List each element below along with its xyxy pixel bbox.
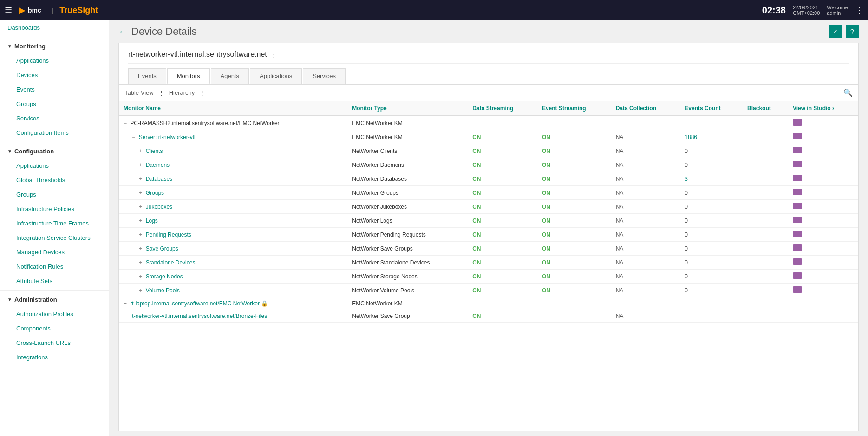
table-view-label[interactable]: Table View — [124, 89, 154, 96]
monitor-name-link[interactable]: Daemons — [146, 162, 170, 168]
sidebar-item-cross-launch-urls[interactable]: Cross-Launch URLs — [0, 336, 109, 350]
sidebar-item-services-monitoring[interactable]: Services — [0, 111, 109, 126]
expand-icon[interactable]: + — [139, 259, 142, 266]
sidebar-item-global-thresholds[interactable]: Global Thresholds — [0, 173, 109, 187]
sidebar-item-notification-rules[interactable]: Notification Rules — [0, 259, 109, 274]
monitor-name-link[interactable]: Standalone Devices — [146, 259, 196, 266]
table-row: + Databases NetWorker Databases ON ON NA… — [119, 172, 858, 186]
table-row: + rt-laptop.internal.sentrysoftware.net/… — [119, 297, 858, 310]
studio-icon[interactable] — [793, 189, 802, 195]
sidebar-item-groups-monitoring[interactable]: Groups — [0, 97, 109, 111]
sidebar-item-applications-monitoring[interactable]: Applications — [0, 53, 109, 68]
expand-icon[interactable]: + — [139, 190, 142, 196]
expand-icon[interactable]: + — [124, 300, 127, 307]
monitor-name-link[interactable]: Jukeboxes — [146, 204, 172, 210]
studio-icon[interactable] — [793, 161, 802, 167]
studio-icon[interactable] — [793, 244, 802, 251]
blackout-cell — [743, 214, 788, 228]
topbar: ☰ ▶ bmc | TrueSight 02:38 22/09/2021 GMT… — [0, 0, 868, 20]
events-count-cell: 0 — [680, 256, 743, 270]
monitor-name-link[interactable]: rt-networker-vtl.internal.sentrysoftware… — [130, 313, 267, 319]
table-row: + Logs NetWorker Logs ON ON NA 0 — [119, 214, 858, 228]
data-streaming-cell: ON — [468, 256, 537, 270]
monitor-name-link[interactable]: Pending Requests — [146, 231, 191, 238]
tab-events[interactable]: Events — [128, 68, 166, 84]
sidebar-item-authorization-profiles[interactable]: Authorization Profiles — [0, 307, 109, 321]
help-icon-button[interactable]: ? — [846, 25, 859, 38]
sidebar-item-attribute-sets[interactable]: Attribute Sets — [0, 274, 109, 288]
sidebar-item-config-items[interactable]: Configuration Items — [0, 126, 109, 140]
expand-icon[interactable]: + — [139, 231, 142, 238]
sidebar-item-integration-service-clusters[interactable]: Integration Service Clusters — [0, 231, 109, 245]
expand-icon[interactable]: + — [139, 176, 142, 182]
hamburger-menu[interactable]: ☰ — [5, 5, 12, 15]
expand-icon[interactable]: + — [139, 287, 142, 294]
events-count-cell — [680, 297, 743, 310]
monitor-name-link[interactable]: Clients — [146, 148, 163, 154]
monitor-name-link[interactable]: Save Groups — [146, 245, 178, 252]
tab-monitors[interactable]: Monitors — [167, 68, 210, 84]
blackout-cell — [743, 228, 788, 242]
expand-icon[interactable]: + — [139, 148, 142, 154]
expand-icon[interactable]: + — [139, 162, 142, 168]
col-event-streaming: Event Streaming — [537, 101, 611, 116]
tab-services[interactable]: Services — [303, 68, 346, 84]
studio-icon[interactable] — [793, 203, 802, 209]
sidebar-item-groups-config[interactable]: Groups — [0, 187, 109, 202]
sidebar-item-events[interactable]: Events — [0, 82, 109, 97]
expand-icon[interactable]: + — [139, 273, 142, 280]
sidebar-item-infrastructure-policies[interactable]: Infrastructure Policies — [0, 202, 109, 216]
topbar-menu-dots[interactable]: ⋮ — [855, 5, 863, 15]
sidebar-item-dashboards[interactable]: Dashboards — [0, 20, 109, 35]
expand-icon[interactable]: + — [139, 245, 142, 252]
data-streaming-cell: ON — [468, 172, 537, 186]
event-streaming-cell: ON — [537, 214, 611, 228]
tab-applications[interactable]: Applications — [250, 68, 302, 84]
envelope-icon-button[interactable]: ✓ — [829, 25, 842, 38]
monitor-name-link[interactable]: Server: rt-networker-vtl — [139, 134, 196, 140]
expand-icon[interactable]: + — [139, 204, 142, 210]
hierarchy-label[interactable]: Hierarchy — [169, 89, 195, 96]
monitor-name-link[interactable]: Groups — [146, 190, 164, 196]
monitor-name-link[interactable]: rt-laptop.internal.sentrysoftware.net/EM… — [130, 300, 260, 307]
sidebar-item-managed-devices[interactable]: Managed Devices — [0, 245, 109, 259]
search-icon[interactable]: 🔍 — [843, 88, 853, 97]
hierarchy-dots[interactable]: ⋮ — [199, 89, 205, 96]
monitor-name-cell: + Logs — [119, 214, 347, 228]
sidebar-item-devices[interactable]: Devices — [0, 68, 109, 82]
sidebar-item-components[interactable]: Components — [0, 321, 109, 336]
studio-icon[interactable] — [793, 231, 802, 237]
studio-icon[interactable] — [793, 286, 802, 293]
collapse-icon[interactable]: − — [124, 120, 127, 126]
table-view-dots[interactable]: ⋮ — [158, 89, 164, 96]
device-context-menu[interactable]: ⋮ — [271, 51, 277, 58]
studio-icon[interactable] — [793, 272, 802, 279]
collapse-icon[interactable]: − — [132, 134, 135, 140]
monitor-name-link[interactable]: Databases — [146, 176, 172, 182]
studio-icon[interactable] — [793, 175, 802, 181]
monitor-name-link[interactable]: Volume Pools — [146, 287, 180, 294]
sidebar-item-infrastructure-time-frames[interactable]: Infrastructure Time Frames — [0, 216, 109, 231]
monitor-type-cell: NetWorker Save Group — [347, 310, 468, 323]
col-blackout: Blackout — [743, 101, 788, 116]
topbar-date: 22/09/2021 GMT+02:00 — [793, 5, 820, 16]
sidebar-section-monitoring[interactable]: ▼ Monitoring — [0, 39, 109, 53]
sidebar-section-administration[interactable]: ▼ Administration — [0, 292, 109, 307]
back-button[interactable]: ← — [118, 27, 127, 37]
table-row: + Groups NetWorker Groups ON ON NA 0 — [119, 186, 858, 200]
studio-icon[interactable] — [793, 119, 802, 126]
studio-icon[interactable] — [793, 258, 802, 265]
studio-icon[interactable] — [793, 147, 802, 153]
studio-icon[interactable] — [793, 133, 802, 139]
expand-icon[interactable]: + — [124, 313, 127, 319]
data-collection-cell: NA — [611, 310, 680, 323]
monitor-name-link[interactable]: Logs — [146, 218, 158, 224]
monitor-name-cell: + Clients — [119, 144, 347, 158]
sidebar-section-configuration[interactable]: ▼ Configuration — [0, 144, 109, 159]
expand-icon[interactable]: + — [139, 218, 142, 224]
tab-agents[interactable]: Agents — [211, 68, 249, 84]
monitor-name-link[interactable]: Storage Nodes — [146, 273, 183, 280]
sidebar-item-applications-config[interactable]: Applications — [0, 159, 109, 173]
studio-icon[interactable] — [793, 217, 802, 223]
sidebar-item-integrations[interactable]: Integrations — [0, 350, 109, 364]
